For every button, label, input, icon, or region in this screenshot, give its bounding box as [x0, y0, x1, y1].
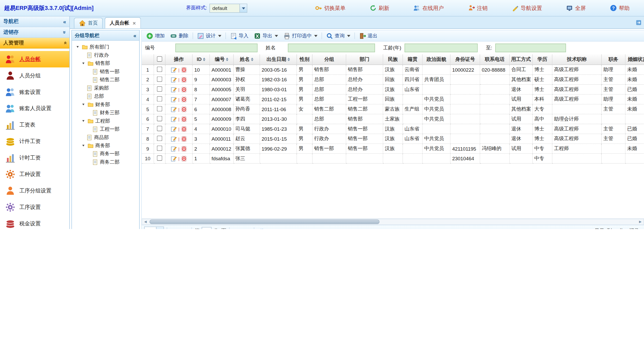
column-header-13[interactable]: 用工方式 — [510, 54, 533, 65]
column-header-1[interactable]: ID — [193, 54, 210, 65]
tree-node-1[interactable]: 行政办 — [73, 51, 138, 59]
toolbar-print-selected-button[interactable]: 打印选中 — [281, 31, 319, 40]
sidebar-item-piece-wage[interactable]: 计件工资 — [0, 133, 69, 150]
edit-icon[interactable] — [171, 145, 177, 152]
column-header-8[interactable]: 民族 — [383, 54, 403, 65]
toolbar-add-button[interactable]: 增加 — [144, 31, 167, 40]
tree-expand-icon[interactable] — [81, 118, 86, 123]
help-button[interactable]: ?帮助 — [610, 4, 629, 12]
column-header-9[interactable]: 籍贯 — [403, 54, 423, 65]
tree-node-2[interactable]: 销售部 — [73, 59, 138, 67]
delete-icon[interactable] — [181, 66, 187, 73]
edit-icon[interactable] — [171, 66, 177, 73]
fullscreen-button[interactable]: 全屏 — [566, 4, 586, 12]
tree-node-12[interactable]: 商务部 — [73, 141, 138, 150]
delete-icon[interactable] — [181, 135, 187, 142]
tree-node-5[interactable]: 采购部 — [73, 84, 138, 92]
collapse-panel-icon[interactable]: « — [133, 32, 136, 38]
scroll-right-icon[interactable]: ▶ — [637, 220, 643, 224]
sidebar-item-process[interactable]: 工序设置 — [0, 199, 69, 215]
toolbar-design-button[interactable]: 设计 — [195, 31, 224, 40]
edit-icon[interactable] — [171, 76, 177, 83]
tree-node-0[interactable]: 所有部门 — [73, 43, 138, 51]
sort-icon[interactable] — [203, 56, 205, 63]
prev-page-icon[interactable] — [180, 227, 188, 229]
row-checkbox[interactable] — [157, 76, 162, 82]
toolbar-export-button[interactable]: 导出 — [252, 31, 280, 40]
row-checkbox[interactable] — [157, 155, 162, 161]
column-header-17[interactable]: 婚姻状况 — [625, 54, 644, 65]
column-header-15[interactable]: 技术职称 — [552, 54, 602, 65]
delete-icon[interactable] — [181, 106, 187, 112]
row-checkbox[interactable] — [157, 96, 162, 101]
sidebar-section-inventory[interactable]: 进销存» — [0, 27, 69, 38]
column-header-11[interactable]: 身份证号 — [450, 54, 480, 65]
column-header-4[interactable]: 出生日期 — [260, 54, 297, 65]
row-checkbox[interactable] — [157, 135, 162, 141]
refresh-button[interactable]: 刷新 — [370, 4, 389, 12]
row-checkbox[interactable] — [157, 145, 162, 151]
select-all-checkbox[interactable] — [157, 56, 162, 61]
edit-icon[interactable] — [171, 135, 177, 142]
row-checkbox[interactable] — [157, 86, 162, 91]
column-header-2[interactable]: 编号 — [210, 54, 234, 65]
sidebar-item-work-type[interactable]: 工种设置 — [0, 166, 69, 182]
column-header-12[interactable]: 联系电话 — [480, 54, 510, 65]
tree-node-9[interactable]: 工程部 — [73, 117, 138, 125]
search-seniority-to-input[interactable] — [495, 44, 566, 52]
tree-node-8[interactable]: 财务三部 — [73, 108, 138, 117]
tree-expand-icon[interactable] — [75, 44, 80, 49]
toolbar-import-button[interactable]: 导入 — [228, 31, 250, 40]
sidebar-section-nav-bar[interactable]: 导航栏« — [0, 16, 69, 27]
column-header-14[interactable]: 学历 — [533, 54, 552, 65]
logout-button[interactable]: 注销 — [468, 4, 487, 12]
table-row[interactable]: 8|3A000011赵云2015-01-15男行政办销售一部汉族山东省中共党员退… — [142, 134, 644, 144]
edit-icon[interactable] — [171, 86, 177, 93]
page-number-input[interactable] — [202, 227, 212, 229]
table-row[interactable]: 3|8A000005关羽1980-03-01男总部总经办汉族山东省退休博士高级工… — [142, 85, 644, 95]
column-header-16[interactable]: 职务 — [602, 54, 625, 65]
switch-menu-button[interactable]: 切换菜单 — [315, 4, 346, 12]
sort-icon[interactable] — [226, 56, 228, 63]
toolbar-delete-button[interactable]: 删除 — [168, 31, 190, 40]
row-checkbox[interactable] — [157, 125, 162, 131]
tree-node-11[interactable]: 商品部 — [73, 133, 138, 141]
search-seniority-from-input[interactable] — [405, 44, 478, 52]
ui-style-select[interactable]: default — [209, 3, 247, 13]
sidebar-item-time-wage[interactable]: 计时工资 — [0, 150, 69, 166]
tab-home[interactable]: 首页 — [74, 18, 103, 28]
search-name-input[interactable] — [288, 44, 375, 52]
tree-node-3[interactable]: 销售一部 — [73, 67, 138, 76]
edit-icon[interactable] — [171, 155, 177, 162]
column-header-7[interactable]: 部门 — [346, 54, 383, 65]
sort-icon[interactable] — [251, 56, 253, 63]
sidebar-item-employee-group[interactable]: 人员分组 — [0, 67, 69, 84]
page-size-dropdown-icon[interactable] — [156, 227, 163, 229]
hscrollbar-thumb[interactable] — [149, 220, 379, 224]
delete-icon[interactable] — [181, 96, 187, 102]
tree-node-7[interactable]: 财务部 — [73, 100, 138, 108]
delete-icon[interactable] — [181, 155, 187, 162]
close-tab-icon[interactable]: × — [133, 20, 136, 26]
row-checkbox[interactable] — [157, 116, 162, 121]
column-header-5[interactable]: 性别 — [297, 54, 313, 65]
delete-icon[interactable] — [181, 116, 187, 122]
sidebar-section-hr-management[interactable]: 人资管理» — [0, 38, 69, 49]
edit-icon[interactable] — [171, 106, 177, 112]
row-checkbox[interactable] — [157, 66, 162, 72]
delete-icon[interactable] — [181, 145, 187, 152]
reload-icon[interactable] — [257, 227, 265, 229]
sidebar-item-employee-ledger[interactable]: 人员台帐 — [0, 51, 69, 67]
table-row[interactable]: 7|4A000010司马懿1985-01-23男行政办销售一部汉族山东省退休博士… — [142, 124, 644, 134]
delete-icon[interactable] — [181, 125, 187, 132]
tree-expand-icon[interactable] — [81, 102, 86, 107]
table-row[interactable]: 1|10A000001曹操2003-05-16男销售部销售部汉族云南省10000… — [142, 65, 644, 75]
row-checkbox[interactable] — [157, 106, 162, 111]
delete-icon[interactable] — [181, 76, 187, 83]
edit-icon[interactable] — [171, 116, 177, 122]
search-code-input[interactable] — [175, 44, 258, 52]
horizontal-scrollbar[interactable]: ◀ ▶ — [142, 219, 644, 225]
tree-expand-icon[interactable] — [81, 143, 86, 148]
tree-node-10[interactable]: 工程一部 — [73, 125, 138, 133]
sidebar-item-account-set[interactable]: 账套设置 — [0, 84, 69, 100]
